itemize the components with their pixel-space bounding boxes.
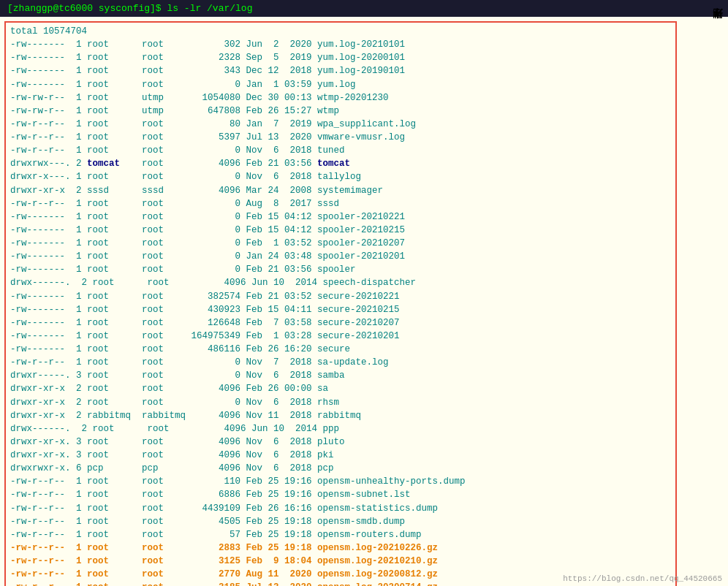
list-item: -rw-r--r-- 1 root root 110 Feb 25 19:16 … — [10, 475, 671, 488]
list-item: -rw------- 1 root root 0 Feb 15 04:12 sp… — [10, 224, 671, 237]
file-lines-container: -rw------- 1 root root 302 Jun 2 2020 yu… — [10, 38, 671, 586]
list-item: -rw------- 1 root root 382574 Feb 21 03:… — [10, 290, 671, 303]
list-item: -rw------- 1 root root 0 Jan 24 03:48 sp… — [10, 250, 671, 263]
list-item: drwxr-xr-x 2 root root 0 Nov 6 2018 rhsm — [10, 396, 671, 409]
list-item: -rw-r--r-- 1 root root 0 Nov 6 2018 tune… — [10, 144, 671, 157]
list-item: -rw-r--r-- 1 root root 4439109 Feb 26 16… — [10, 502, 671, 515]
list-item: drwxr-xr-x 2 sssd sssd 4096 Mar 24 2008 … — [10, 184, 671, 197]
list-item: -rw-r--r-- 1 root root 0 Aug 8 2017 sssd — [10, 197, 671, 210]
list-item: -rw-r--r-- 1 root root 0 Nov 7 2018 sa-u… — [10, 356, 671, 369]
list-item: drwxr-x---. 1 root root 0 Nov 6 2018 tal… — [10, 170, 671, 183]
list-item: -rw-rw-r-- 1 root utmp 1054080 Dec 30 00… — [10, 91, 671, 104]
list-item: -rw------- 1 root root 0 Feb 21 03:56 sp… — [10, 263, 671, 276]
terminal-header: [zhanggp@tc6000 sysconfig]$ ls -lr /var/… — [0, 0, 728, 17]
list-item: -rw------- 1 root root 302 Jun 2 2020 yu… — [10, 38, 671, 51]
list-item: -rw------- 1 root root 0 Jan 1 03:59 yum… — [10, 78, 671, 91]
url-footer: https://blog.csdn.net/qq_44520665 — [563, 574, 722, 583]
list-item: -rw------- 1 root root 126648 Feb 7 03:5… — [10, 316, 671, 330]
list-item: -rw------- 1 root root 430923 Feb 15 04:… — [10, 303, 671, 316]
list-item: -rw------- 1 root root 343 Dec 12 2018 y… — [10, 64, 671, 77]
total-line: total 10574704 — [10, 25, 671, 38]
list-item: -rw-r--r-- 1 root root 6886 Feb 25 19:16… — [10, 488, 671, 501]
list-item: -rw------- 1 root root 2328 Sep 5 2019 y… — [10, 51, 671, 64]
list-item: -rw-r--r-- 1 root root 4505 Feb 25 19:18… — [10, 515, 671, 528]
list-item: -rw------- 1 root root 164975349 Feb 1 0… — [10, 330, 671, 343]
list-item: -rw------- 1 root root 0 Feb 15 04:12 sp… — [10, 210, 671, 224]
list-item: drwxrwxr-x. 6 pcp pcp 4096 Nov 6 2018 pc… — [10, 462, 671, 475]
list-item: drwx------. 2 root root 4096 Jun 10 2014… — [10, 276, 671, 289]
list-item: drwxr-xr-x 2 rabbitmq rabbitmq 4096 Nov … — [10, 409, 671, 422]
list-item: -rw------- 1 root root 486116 Feb 26 16:… — [10, 343, 671, 356]
list-item: drwxr-xr-x. 3 root root 4096 Nov 6 2018 … — [10, 449, 671, 462]
list-item: -rw-r--r-- 1 root root 80 Jan 7 2019 wpa… — [10, 118, 671, 131]
list-item: -rw-r--r-- 1 root root 2883 Feb 25 19:18… — [10, 541, 671, 555]
list-item: -rw-rw-r-- 1 root utmp 647808 Feb 26 15:… — [10, 104, 671, 118]
list-item: -rw-r--r-- 1 root root 3125 Feb 9 18:04 … — [10, 555, 671, 568]
list-item: drwxr-xr-x. 3 root root 4096 Nov 6 2018 … — [10, 435, 671, 449]
list-item: -rw------- 1 root root 0 Feb 1 03:52 spo… — [10, 237, 671, 250]
file-listing-box: total 10574704 -rw------- 1 root root 30… — [4, 21, 677, 586]
list-item: -rw-r--r-- 1 root root 5397 Jul 13 2020 … — [10, 131, 671, 144]
list-item: drwxrwx---. 2 tomcat root 4096 Feb 21 03… — [10, 157, 671, 170]
list-item: drwxr-xr-x 2 root root 4096 Feb 26 00:00… — [10, 382, 671, 395]
list-item: drwx------. 2 root root 4096 Jun 10 2014… — [10, 422, 671, 435]
list-item: -rw-r--r-- 1 root root 57 Feb 25 19:18 o… — [10, 528, 671, 541]
list-item: drwxr-----. 3 root root 0 Nov 6 2018 sam… — [10, 369, 671, 382]
